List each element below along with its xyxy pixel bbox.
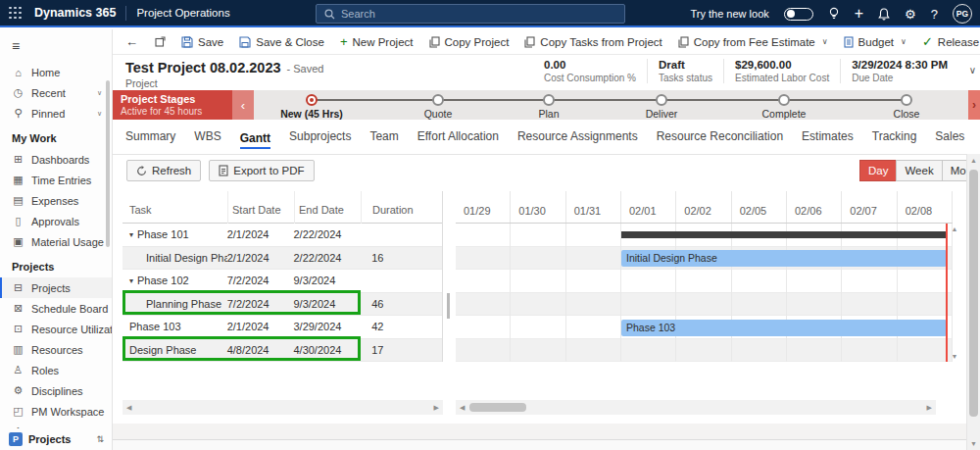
navbar-divider — [125, 6, 126, 21]
tab-sales[interactable]: Sales — [935, 129, 964, 145]
page-scrollbar-thumb[interactable] — [969, 170, 978, 417]
sidebar-item-projects[interactable]: ⊟ Projects — [0, 277, 112, 298]
stage-circle-icon[interactable] — [543, 94, 555, 106]
tab-team[interactable]: Team — [369, 129, 398, 145]
table-row-phase-103[interactable]: Phase 103 2/1/2024 3/29/2024 42 — [122, 316, 442, 339]
stage-scroll-left-button[interactable]: ‹ — [232, 90, 254, 120]
date-column: 02/07 — [842, 191, 897, 223]
copy-project-button[interactable]: Copy Project — [421, 29, 517, 55]
export-to-pdf-button[interactable]: Export to PDF — [209, 160, 314, 181]
scroll-up-icon[interactable]: ▲ — [970, 157, 977, 164]
table-row-design-phase[interactable]: Design Phase 4/8/2024 4/30/2024 17 — [122, 339, 442, 363]
task-grid-scrollbar-thumb[interactable] — [447, 293, 450, 319]
sidebar-item-home[interactable]: ⌂ Home — [0, 62, 112, 82]
sidebar-item-recent[interactable]: ◷ Recent ∨ — [0, 82, 112, 103]
view-day-button[interactable]: Day — [859, 160, 897, 181]
table-row-phase-101[interactable]: ▾Phase 101 2/1/2024 2/22/2024 — [122, 224, 442, 247]
table-row-phase-102[interactable]: ▾Phase 102 7/2/2024 9/3/2024 — [122, 270, 442, 293]
collapse-arrow-icon[interactable]: ▾ — [129, 276, 133, 285]
panel-border — [113, 154, 966, 155]
copy-from-fee-estimate-button[interactable]: Copy from Fee Estimate ∨ — [670, 29, 836, 55]
quick-create-icon[interactable]: + — [855, 6, 863, 22]
tab-gantt[interactable]: Gantt — [240, 131, 270, 149]
view-week-button[interactable]: Week — [896, 160, 942, 181]
scroll-right-icon[interactable]: ▶ — [434, 404, 439, 411]
tab-summary[interactable]: Summary — [125, 129, 175, 145]
sidebar-item-resource-utilization[interactable]: ⊡ Resource Utilization — [0, 319, 112, 339]
date-column: 01/29 — [456, 191, 511, 223]
dynamics-365-brand[interactable]: Dynamics 365 — [34, 6, 116, 20]
gantt-summary-bar-phase-101[interactable] — [621, 231, 947, 238]
scroll-down-icon[interactable]: ▼ — [970, 440, 977, 447]
tab-estimates[interactable]: Estimates — [802, 129, 854, 145]
tab-subprojects[interactable]: Subprojects — [289, 129, 351, 145]
scroll-left-icon[interactable]: ◀ — [460, 404, 465, 411]
page-vertical-scrollbar[interactable]: ▲ ▼ — [966, 154, 980, 450]
tab-tracking[interactable]: Tracking — [872, 129, 917, 145]
sitemap-collapse-icon[interactable]: ≡ — [0, 29, 112, 62]
scroll-right-icon[interactable]: ▶ — [927, 404, 932, 411]
chevron-down-icon: ∨ — [97, 110, 102, 118]
sidebar-item-dashboards[interactable]: ⊞ Dashboards — [0, 149, 112, 170]
plus-icon: + — [340, 35, 348, 48]
sidebar-item-pm-workspace[interactable]: ◰ PM Workspace — [0, 401, 112, 422]
copy-tasks-button[interactable]: Copy Tasks from Project — [516, 29, 669, 55]
new-look-toggle[interactable] — [784, 8, 813, 21]
gantt-bar-phase-103[interactable]: Phase 103 — [621, 320, 947, 336]
header-expand-chevron-icon[interactable]: ∨ — [969, 65, 976, 75]
refresh-button[interactable]: Refresh — [126, 160, 201, 181]
area-switcher[interactable]: P Projects ⇅ — [0, 428, 112, 450]
sidebar-item-roles[interactable]: ♙ Roles — [0, 360, 112, 380]
task-grid-hscrollbar[interactable]: ◀ ▶ — [122, 400, 443, 415]
section-label-projects: Projects — [0, 252, 112, 277]
user-avatar[interactable]: PG — [953, 4, 972, 24]
timeline-hscrollbar-thumb[interactable] — [469, 403, 526, 412]
scroll-up-icon[interactable]: ▲ — [952, 225, 958, 232]
sidebar-item-time-entries[interactable]: ▦ Time Entries — [0, 170, 112, 190]
header-stats: 0.00 Cost Consumption % Draft Tasks stat… — [533, 59, 958, 83]
tab-resource-assignments[interactable]: Resource Assignments — [517, 129, 638, 145]
app-name[interactable]: Project Operations — [136, 7, 229, 19]
save-and-close-button[interactable]: Save & Close — [231, 29, 332, 55]
sidebar-item-material-usage[interactable]: ▣ Material Usage — [0, 231, 112, 252]
stage-circle-icon[interactable] — [656, 94, 667, 106]
popout-button[interactable] — [147, 29, 173, 55]
stat-tasks-status: Draft Tasks status — [647, 59, 723, 83]
timeline-hscrollbar[interactable]: ◀ ▶ — [456, 400, 936, 415]
scroll-down-icon[interactable]: ▼ — [952, 353, 958, 360]
back-button[interactable]: ← — [117, 34, 147, 49]
release-button[interactable]: ✓ Release — [914, 29, 980, 55]
sidebar-item-schedule-board[interactable]: ⊠ Schedule Board — [0, 298, 112, 319]
timeline-row — [456, 339, 953, 363]
sidebar-item-resources[interactable]: ▥ Resources — [0, 339, 112, 360]
table-row-planning-phase[interactable]: Planning Phase 7/2/2024 9/3/2024 46 — [122, 293, 442, 317]
tab-resource-reconciliation[interactable]: Resource Reconciliation — [657, 129, 783, 145]
sidebar-scrollbar-thumb[interactable] — [106, 80, 110, 247]
tab-effort-allocation[interactable]: Effort Allocation — [417, 129, 499, 145]
sidebar-item-disciplines[interactable]: ⚙ Disciplines — [0, 380, 112, 401]
save-button[interactable]: Save — [173, 29, 231, 55]
tab-wbs[interactable]: WBS — [194, 129, 220, 145]
sidebar-item-pinned[interactable]: ⚲ Pinned ∨ — [0, 103, 112, 124]
budget-button[interactable]: Budget ∨ — [836, 29, 914, 55]
stage-circle-icon[interactable] — [901, 94, 912, 106]
stage-circle-icon[interactable] — [778, 94, 790, 106]
app-launcher-icon[interactable] — [9, 7, 22, 20]
stage-circle-icon[interactable] — [432, 94, 444, 106]
collapse-arrow-icon[interactable]: ▾ — [129, 230, 133, 239]
clipboard-icon: ◰ — [12, 405, 24, 418]
table-row-initial-design-phase[interactable]: Initial Design Phase 2/1/2024 2/22/2024 … — [122, 247, 442, 271]
scroll-left-icon[interactable]: ◀ — [126, 404, 131, 411]
sidebar-item-expenses[interactable]: ▤ Expenses — [0, 190, 112, 211]
settings-gear-icon[interactable]: ⚙ — [905, 8, 916, 21]
notifications-bell-icon[interactable] — [878, 8, 890, 21]
gantt-bar-initial-design-phase[interactable]: Initial Design Phase — [621, 250, 947, 267]
sidebar-item-approvals[interactable]: ▯ Approvals — [0, 211, 112, 231]
stage-scroll-right-button[interactable]: › — [968, 90, 980, 120]
pin-icon: ⚲ — [12, 107, 24, 120]
stage-circle-active-icon[interactable] — [306, 94, 318, 106]
help-icon[interactable]: ? — [931, 8, 938, 21]
new-project-button[interactable]: + New Project — [332, 29, 421, 55]
global-search-input[interactable]: Search — [316, 4, 625, 24]
lightbulb-icon[interactable] — [828, 7, 840, 21]
